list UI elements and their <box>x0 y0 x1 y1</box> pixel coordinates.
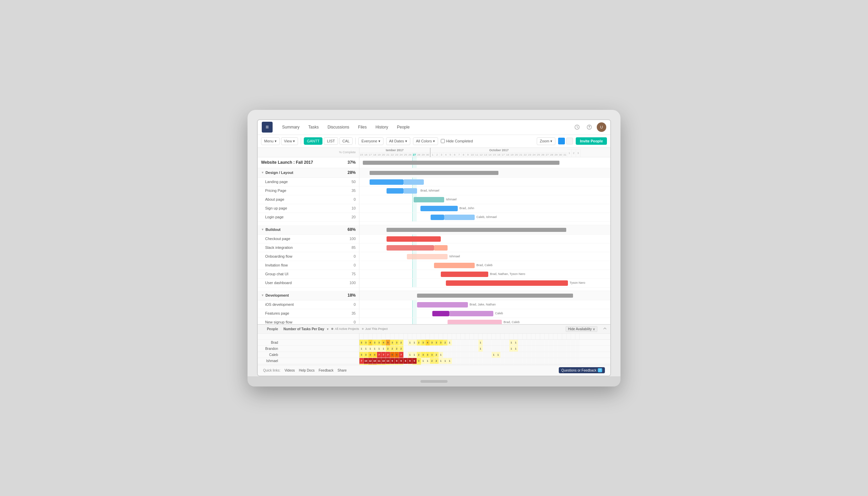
task-row[interactable]: iOS development 0 <box>258 300 359 309</box>
task-row[interactable]: Features page 35 <box>258 309 359 318</box>
invitation-gantt-row: Brad, Caleb <box>359 261 610 270</box>
task-row[interactable]: Landing page 50 <box>258 177 359 186</box>
all-colors-filter[interactable]: All Colors ▾ <box>413 137 438 145</box>
groupchat-assignees: Brad, Nathan, Tyson Nero <box>490 272 525 276</box>
chevron-down-icon: ▾ <box>405 139 407 143</box>
app-logo[interactable]: ≡ <box>262 122 273 133</box>
task-row[interactable]: User dashboard 100 <box>258 279 359 288</box>
view-button[interactable]: View ▾ <box>281 137 298 145</box>
task-row[interactable]: New signup flow 0 <box>258 318 359 324</box>
gantt-toolbar: Menu ▾ View ▾ GANTT LIST CAL Everyone ▾ <box>258 135 610 148</box>
checkout-bar[interactable] <box>387 236 441 242</box>
sept-month-label: tember 2017 <box>359 148 430 153</box>
question-icon[interactable] <box>585 122 594 132</box>
list-view-button[interactable]: LIST <box>324 137 338 145</box>
avail-row-brandon: 1111112222111 <box>359 346 610 352</box>
user-avatar[interactable]: U <box>597 122 606 132</box>
all-dates-filter[interactable]: All Dates ▾ <box>386 137 410 145</box>
cal-view-button[interactable]: CAL <box>339 137 353 145</box>
about-bar[interactable] <box>414 197 444 202</box>
tab-tasks[interactable]: Tasks <box>304 123 323 131</box>
signup-assignees: Brad, John <box>460 206 474 210</box>
svg-point-2 <box>589 128 590 128</box>
section-name: Development <box>265 293 343 297</box>
zoom-button[interactable]: Zoom ▾ <box>537 137 555 145</box>
pricing-bar[interactable] <box>387 188 403 193</box>
quick-links-label: Quick links: <box>263 369 280 372</box>
menu-view-group: Menu ▾ View ▾ <box>261 137 298 145</box>
task-row[interactable]: Login page 20 <box>258 213 359 222</box>
pricing-page-gantt-row: Brad, Ishmael <box>359 186 610 195</box>
footer: Quick links: Videos Help Docs Feedback S… <box>258 365 610 376</box>
top-navigation: ≡ Summary Tasks Discussions Files Histor… <box>258 120 610 135</box>
gantt-view-button[interactable]: GANTT <box>304 137 323 145</box>
avail-scroll-up[interactable] <box>603 326 607 331</box>
blue-color-toggle[interactable] <box>558 138 565 144</box>
availability-content: Brad Brandon Caleb Ishmael Jake <box>258 334 610 365</box>
section-development[interactable]: ▼ Development 18% <box>258 291 359 300</box>
section-design-layout[interactable]: ▼ Design / Layout 28% <box>258 168 359 177</box>
menu-button[interactable]: Menu ▾ <box>261 137 280 145</box>
everyone-filter[interactable]: Everyone ▾ <box>358 137 383 145</box>
avail-row-brad: 33433453321123433321111 <box>359 340 610 346</box>
task-row[interactable]: Group chat UI 75 <box>258 270 359 279</box>
section-dev-gantt-row <box>359 291 610 300</box>
view-type-group: GANTT LIST CAL <box>304 137 353 145</box>
tab-summary[interactable]: Summary <box>278 123 304 131</box>
task-row[interactable]: Invitation flow 0 <box>258 261 359 270</box>
newsignup-assignees: Brad, Caleb <box>503 320 520 324</box>
features-bar-remaining[interactable] <box>449 311 493 316</box>
landing-page-gantt-row <box>359 177 610 186</box>
clock-icon[interactable] <box>572 122 582 132</box>
landing-page-bar[interactable] <box>370 179 403 185</box>
task-row[interactable]: Slack integration 85 <box>258 244 359 252</box>
hide-completed-toggle[interactable]: Hide Completed <box>441 139 473 143</box>
dashboard-bar[interactable] <box>446 280 568 286</box>
availability-panel: People Number of Tasks Per Day ▾ All Act… <box>258 324 610 365</box>
footer-feedback-link[interactable]: Feedback <box>319 369 334 372</box>
about-assignees: Ishmael <box>446 198 457 201</box>
tab-people[interactable]: People <box>393 123 414 131</box>
groupchat-bar[interactable] <box>441 272 488 277</box>
slack-bar[interactable] <box>387 245 434 250</box>
chevron-down-icon: ▾ <box>550 139 552 143</box>
footer-share-link[interactable]: Share <box>338 369 347 372</box>
footer-videos-link[interactable]: Videos <box>284 369 295 372</box>
pricing-bar-remaining[interactable] <box>403 188 417 193</box>
questions-feedback-button[interactable]: Questions or Feedback 7 <box>559 367 605 373</box>
features-gantt-row: Caleb <box>359 309 610 318</box>
newsignup-bar[interactable] <box>448 320 502 324</box>
landing-page-bar-remaining[interactable] <box>403 179 424 185</box>
task-row[interactable]: Onboarding flow 0 <box>258 252 359 261</box>
invitation-bar[interactable] <box>434 263 475 268</box>
dashboard-gantt-row: Tyson Nero <box>359 279 610 288</box>
white-color-toggle[interactable] <box>566 138 573 144</box>
section-buildout-gantt-row <box>359 225 610 235</box>
color-toggles <box>558 138 573 144</box>
features-bar-filled[interactable] <box>432 311 449 316</box>
section-buildout[interactable]: ▼ Buildout 68% <box>258 225 359 235</box>
oct-month-label: October 2017 <box>431 148 567 153</box>
task-row[interactable]: Sign up page 10 <box>258 204 359 213</box>
tab-files[interactable]: Files <box>354 123 371 131</box>
signup-bar[interactable] <box>420 206 458 211</box>
task-row[interactable]: About page 0 <box>258 195 359 204</box>
ios-bar[interactable] <box>417 302 468 308</box>
chevron-down-icon: ▾ <box>327 327 328 331</box>
slack-bar-end[interactable] <box>434 245 448 250</box>
project-pct: 37% <box>343 160 356 165</box>
hide-availability-button[interactable]: Hide Availability ∨ <box>565 326 598 332</box>
login-bar-filled[interactable] <box>431 215 444 220</box>
invite-people-button[interactable]: Invite People <box>576 137 607 145</box>
project-summary-bar <box>363 161 559 165</box>
login-bar-remaining[interactable] <box>444 215 475 220</box>
tab-history[interactable]: History <box>371 123 392 131</box>
tab-discussions[interactable]: Discussions <box>324 123 353 131</box>
footer-helpdocs-link[interactable]: Help Docs <box>299 369 315 372</box>
task-row[interactable]: Checkout page 100 <box>258 235 359 244</box>
invitation-assignees: Brad, Caleb <box>476 263 493 267</box>
design-summary-bar <box>370 171 498 175</box>
task-row[interactable]: Pricing Page 35 <box>258 186 359 195</box>
onboarding-bar[interactable] <box>407 254 448 259</box>
gantt-area: tember 2017 15 16 17 18 19 20 21 22 <box>359 148 610 324</box>
